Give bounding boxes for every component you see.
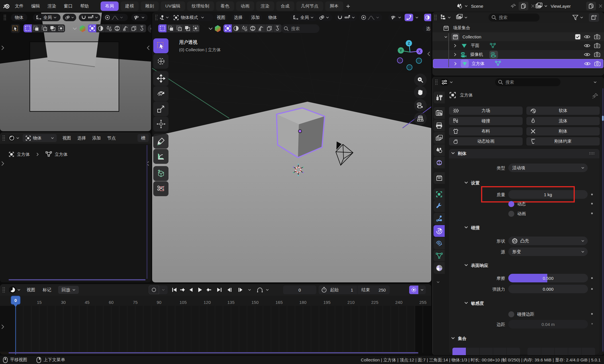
svg-text:210: 210 xyxy=(347,300,354,305)
svg-text:60: 60 xyxy=(109,300,114,305)
svg-text:120: 120 xyxy=(203,300,211,305)
svg-text:Z: Z xyxy=(408,42,410,46)
svg-text:X: X xyxy=(418,50,421,54)
svg-text:225: 225 xyxy=(371,300,378,305)
svg-text:135: 135 xyxy=(227,300,234,305)
svg-text:75: 75 xyxy=(133,300,138,305)
svg-text:180: 180 xyxy=(299,300,306,305)
svg-text:0: 0 xyxy=(14,298,17,303)
svg-text:90: 90 xyxy=(157,300,162,305)
svg-text:150: 150 xyxy=(251,300,258,305)
svg-text:240: 240 xyxy=(395,300,402,305)
svg-text:Y: Y xyxy=(400,49,402,53)
svg-text:255: 255 xyxy=(419,300,426,305)
svg-text:195: 195 xyxy=(323,300,330,305)
svg-text:45: 45 xyxy=(85,300,90,305)
svg-text:30: 30 xyxy=(61,300,66,305)
svg-text:105: 105 xyxy=(179,300,187,305)
svg-text:15: 15 xyxy=(37,300,42,305)
svg-text:165: 165 xyxy=(275,300,283,305)
